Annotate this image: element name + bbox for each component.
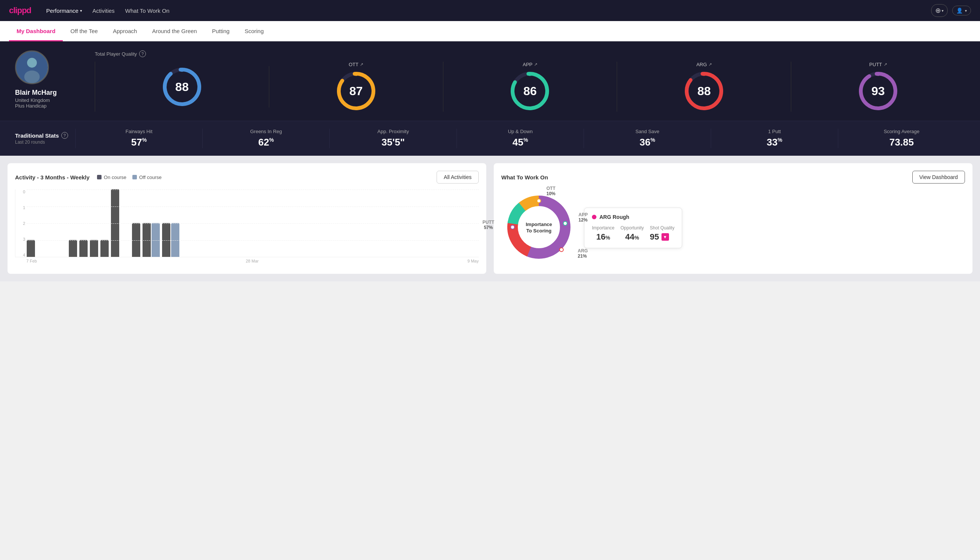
bar-chart-inner: 4 3 2 1 0	[15, 190, 479, 257]
chevron-down-icon: ▾	[942, 8, 943, 13]
app-value: 86	[524, 84, 537, 98]
bar-group-6	[90, 240, 98, 257]
arg-segment-label: ARG 21%	[577, 248, 588, 259]
stat-scoring-average: Scoring Average 73.85	[838, 128, 965, 148]
bar-group-8	[111, 189, 119, 257]
legend-on-course: On course	[97, 175, 126, 180]
wtwo-content: OTT 10% APP 12% ARG 21% PUTT 57%	[501, 190, 965, 266]
app-segment-label: APP 12%	[578, 212, 588, 223]
bottom-panels: Activity - 3 Months - Weekly On course O…	[0, 156, 980, 281]
svg-point-11	[528, 72, 532, 76]
plus-icon: ⊕	[935, 7, 941, 15]
stat-greens-in-reg: Greens In Reg 62%	[202, 128, 329, 148]
chevron-down-icon: ▾	[80, 8, 82, 13]
bar-group-4	[69, 240, 77, 257]
y-axis-labels: 4 3 2 1 0	[15, 190, 25, 257]
tpq-label: Total Player Quality ?	[95, 50, 965, 57]
tab-around-the-green[interactable]: Around the Green	[145, 21, 204, 42]
stat-app-proximity: App. Proximity 35'5"	[329, 128, 456, 148]
off-course-legend-dot	[132, 175, 137, 179]
arg-label: ARG ↗	[696, 62, 712, 67]
top-nav: clippd Performance ▾ Activities What To …	[0, 0, 980, 21]
bar-group-10	[132, 223, 140, 257]
nav-right: ⊕ ▾ 👤 ▾	[931, 4, 971, 17]
off-course-bar	[151, 223, 160, 257]
detail-metrics: Importance 16% Opportunity 44% Shot Qual…	[592, 225, 674, 242]
what-to-work-on-panel: What To Work On View Dashboard OTT 10% A…	[494, 163, 972, 274]
putt-label: PUTT ↗	[869, 62, 887, 67]
tpq-score-section: 88	[95, 66, 269, 108]
ott-arrow-icon: ↗	[360, 62, 363, 67]
grid-line-3	[27, 207, 479, 207]
svg-point-23	[563, 222, 567, 225]
putt-arrow-icon: ↗	[884, 62, 887, 67]
tab-my-dashboard[interactable]: My Dashboard	[9, 21, 63, 42]
arg-score-section: ARG ↗ 88	[617, 62, 791, 112]
bar-chart: 4 3 2 1 0 7 Feb 28 Mar 9 May	[15, 190, 479, 265]
stat-one-putt: 1 Putt 33%	[711, 128, 838, 148]
svg-point-17	[876, 72, 880, 76]
trad-stats-label: Traditional Stats	[15, 132, 59, 139]
svg-point-22	[537, 199, 541, 203]
tab-approach[interactable]: Approach	[105, 21, 145, 42]
player-handicap: Plus Handicap	[15, 103, 83, 109]
grid-line-4	[27, 190, 479, 190]
detail-opportunity: Opportunity 44%	[621, 225, 644, 242]
x-axis-labels: 7 Feb 28 Mar 9 May	[15, 259, 479, 263]
on-course-bar	[90, 240, 98, 257]
chevron-down-icon: ▾	[965, 8, 967, 13]
bar-group-0	[27, 240, 35, 257]
on-course-bar	[69, 240, 77, 257]
activity-panel-header: Activity - 3 Months - Weekly On course O…	[15, 171, 479, 183]
tab-off-the-tee[interactable]: Off the Tee	[63, 21, 105, 42]
on-course-bar	[132, 223, 140, 257]
off-course-bar	[171, 223, 180, 257]
trad-info-icon[interactable]: ?	[61, 132, 68, 139]
grid-line-2	[27, 223, 479, 224]
tab-putting[interactable]: Putting	[205, 21, 237, 42]
on-course-legend-dot	[97, 175, 101, 179]
add-button[interactable]: ⊕ ▾	[931, 4, 948, 17]
on-course-bar	[162, 223, 170, 257]
app-label: APP ↗	[523, 62, 537, 67]
nav-what-to-work-on[interactable]: What To Work On	[125, 8, 170, 14]
ott-value: 87	[349, 84, 363, 98]
nav-activities[interactable]: Activities	[93, 8, 115, 14]
svg-point-2	[24, 70, 40, 83]
detail-dot	[592, 215, 596, 219]
tab-nav: My Dashboard Off the Tee Approach Around…	[0, 21, 980, 42]
on-course-bar	[27, 240, 35, 257]
ott-segment-label: OTT 10%	[546, 186, 556, 196]
bar-group-11	[143, 223, 160, 257]
avatar	[15, 50, 49, 84]
arg-arrow-icon: ↗	[709, 62, 712, 67]
bar-group-7	[100, 240, 109, 257]
player-name: Blair McHarg	[15, 89, 83, 97]
arg-ring: 88	[683, 70, 725, 112]
wtwo-detail-card: ARG Rough Importance 16% Opportunity 44%	[584, 208, 682, 248]
tab-scoring[interactable]: Scoring	[237, 21, 271, 42]
bar-group-5	[79, 240, 88, 257]
grid-line-1	[27, 240, 479, 241]
app-ring: 86	[509, 70, 551, 112]
all-activities-button[interactable]: All Activities	[437, 171, 479, 183]
donut-center: Importance To Scoring	[526, 222, 552, 234]
on-course-bar	[100, 240, 109, 257]
ott-ring: 87	[335, 70, 377, 112]
detail-card-title: ARG Rough	[592, 214, 674, 220]
user-menu-button[interactable]: 👤 ▾	[952, 6, 971, 15]
nav-links: Performance ▾ Activities What To Work On	[46, 8, 170, 14]
putt-ring: 93	[857, 70, 899, 112]
traditional-stats-bar: Traditional Stats ? Last 20 rounds Fairw…	[0, 121, 980, 156]
wtwo-panel-title: What To Work On	[501, 174, 548, 180]
stat-fairways-hit: Fairways Hit 57%	[75, 128, 202, 148]
player-info: Blair McHarg United Kingdom Plus Handica…	[15, 50, 83, 109]
on-course-bar	[111, 189, 119, 257]
svg-point-25	[511, 225, 514, 229]
arg-value: 88	[697, 84, 711, 98]
logo: clippd	[9, 6, 31, 15]
flag-icon: ▼	[662, 233, 669, 241]
info-icon[interactable]: ?	[139, 50, 146, 57]
view-dashboard-button[interactable]: View Dashboard	[912, 171, 965, 183]
nav-performance[interactable]: Performance ▾	[46, 8, 82, 14]
